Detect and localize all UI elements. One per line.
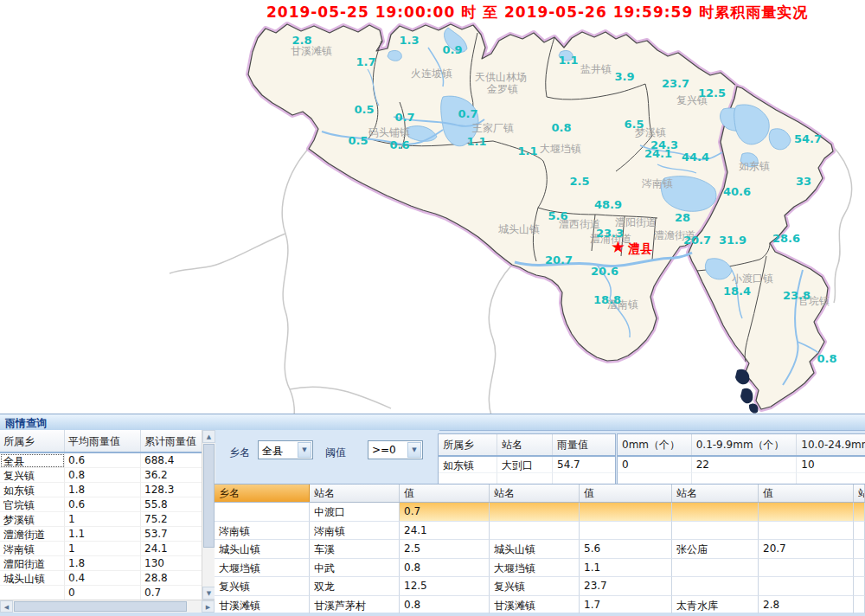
- scrollbar-thumb[interactable]: [203, 444, 215, 548]
- table-cell: [854, 596, 865, 614]
- scroll-right-icon[interactable]: ▶: [202, 600, 215, 613]
- cell-count-10-24.9mm: 10: [797, 457, 865, 473]
- col-header[interactable]: 乡名: [215, 484, 310, 502]
- table-cell: [490, 503, 580, 522]
- table-row[interactable]: 0 22 10: [618, 457, 865, 473]
- rainfall-value-label: 6.5: [624, 118, 644, 131]
- col-header[interactable]: 值: [759, 484, 854, 502]
- scroll-left-icon[interactable]: ◀: [0, 600, 13, 613]
- table-row[interactable]: 复兴镇0.836.2: [0, 468, 202, 483]
- col-header-township[interactable]: 所属乡: [439, 434, 497, 455]
- county-name-label: 澧县: [628, 241, 652, 257]
- table-cell: [672, 522, 759, 541]
- col-header-10-24.9mm[interactable]: 10.0-24.9mm（个）: [797, 434, 865, 455]
- rainfall-value-label: 28: [675, 211, 690, 224]
- table-cell: 2.8: [759, 596, 854, 614]
- col-header[interactable]: 站: [854, 484, 865, 502]
- col-header[interactable]: 站名: [490, 484, 580, 502]
- table-cell: [759, 577, 854, 596]
- table-cell: 甘溪芦茅村: [310, 596, 400, 614]
- rainfall-value-label: 24.1: [644, 147, 672, 160]
- table-row[interactable]: 如东镇 大剅口 54.7: [439, 457, 615, 473]
- detail-table-header: 乡名站名值站名值站名值站: [215, 484, 865, 503]
- map-canvas[interactable]: 甘溪滩镇火连坡镇天供山林场金罗镇盐井镇复兴镇码头铺镇王家厂镇大堰垱镇梦溪镇涔南镇…: [0, 0, 865, 415]
- filter-bar: 乡名 全县 ▼ 阈值 >=0 ▼: [215, 430, 439, 484]
- table-row[interactable]: 全县0.6688.4: [0, 453, 202, 468]
- table-cell: 复兴镇: [0, 468, 65, 483]
- table-cell: 24.1: [141, 542, 202, 556]
- rain-bucket-stats-table: 0mm（个） 0.1-9.9mm（个） 10.0-24.9mm（个） 0 22 …: [617, 433, 865, 485]
- col-header-station[interactable]: 站名: [497, 434, 553, 455]
- table-row[interactable]: 澧澹街道1.153.7: [0, 527, 202, 542]
- cell-count-0.1-9.9mm: 22: [692, 457, 798, 473]
- rainfall-value-label: 0.7: [394, 111, 414, 124]
- township-filter-label: 乡名: [229, 446, 250, 460]
- table-row[interactable]: 如东镇1.8128.3: [0, 483, 202, 497]
- threshold-combobox[interactable]: >=0 ▼: [368, 440, 423, 459]
- rainfall-value-label: 0.7: [458, 107, 477, 120]
- table-cell: 复兴镇: [490, 577, 580, 596]
- rainfall-value-label: 20.7: [683, 234, 711, 247]
- table-row[interactable]: 澧阳街道1.8130: [0, 556, 202, 571]
- col-header[interactable]: 值: [400, 484, 490, 502]
- rainfall-value-label: 2.8: [292, 34, 311, 47]
- table-row[interactable]: 城头山镇0.428.8: [0, 571, 202, 586]
- table-cell: 0.6: [65, 497, 141, 512]
- township-summary-table: 所属乡 平均雨量值 累计雨量值 全县0.6688.4复兴镇0.836.2如东镇1…: [0, 430, 202, 600]
- vertical-scrollbar[interactable]: ▲ ▼: [202, 430, 215, 600]
- table-row[interactable]: 中渡口0.7: [215, 503, 865, 522]
- rainfall-value-label: 18.8: [593, 293, 621, 306]
- rainfall-value-label: 23.7: [662, 77, 689, 90]
- table-row[interactable]: 涔南镇124.1: [0, 542, 202, 556]
- town-label: 涔南镇: [642, 176, 673, 191]
- table-row[interactable]: 甘溪滩镇甘溪芦茅村0.8甘溪滩镇1.7太青水库2.8: [215, 596, 865, 614]
- chevron-down-icon[interactable]: ▼: [407, 442, 421, 458]
- table-row[interactable]: 涔南镇涔南镇24.1: [215, 522, 865, 541]
- col-header[interactable]: 站名: [310, 484, 400, 502]
- chevron-down-icon[interactable]: ▼: [298, 442, 311, 458]
- township-combobox[interactable]: 全县 ▼: [258, 440, 313, 459]
- table-row[interactable]: 梦溪镇175.2: [0, 512, 202, 527]
- table-cell: 双龙: [310, 577, 400, 596]
- scroll-up-icon[interactable]: ▲: [202, 430, 215, 443]
- table-cell: 梦溪镇: [0, 512, 65, 527]
- rainfall-value-label: 0.9: [442, 43, 462, 56]
- table-row[interactable]: 00.7: [0, 586, 202, 600]
- table-cell: 0.7: [400, 503, 490, 522]
- table-cell: 全县: [0, 453, 65, 468]
- rainfall-value-label: 18.4: [723, 285, 751, 298]
- col-header-rainvalue[interactable]: 雨量值: [553, 434, 615, 455]
- col-header-0mm[interactable]: 0mm（个）: [618, 434, 692, 455]
- table-row[interactable]: 官垸镇0.655.8: [0, 497, 202, 512]
- county-marker-star: ★: [611, 239, 625, 255]
- detail-table-body: 中渡口0.7涔南镇涔南镇24.1城头山镇车溪2.5城头山镇5.6张公庙20.7大…: [215, 503, 865, 613]
- col-header-township[interactable]: 所属乡: [0, 430, 65, 452]
- table-cell: 0.7: [141, 586, 202, 600]
- table-row[interactable]: 大堰垱镇中武0.8大堰垱镇1.1: [215, 559, 865, 578]
- table-cell: 太青水库: [672, 596, 759, 614]
- table-cell: 0.8: [65, 468, 141, 483]
- table-cell: 涔南镇: [215, 522, 310, 541]
- scroll-down-icon[interactable]: ▼: [202, 587, 215, 600]
- rainfall-value-label: 2.5: [569, 175, 589, 188]
- panel-title: 雨情查询: [5, 416, 47, 431]
- rainfall-value-label: 5.6: [548, 209, 567, 222]
- horizontal-scrollbar[interactable]: ◀ ▶: [0, 600, 215, 613]
- col-header[interactable]: 站名: [672, 484, 759, 502]
- table-cell: 1: [65, 512, 141, 527]
- table-row[interactable]: 城头山镇车溪2.5城头山镇5.6张公庙20.7: [215, 540, 865, 559]
- col-header-avg-rain[interactable]: 平均雨量值: [65, 430, 141, 452]
- table-row[interactable]: 复兴镇双龙12.5复兴镇23.7: [215, 577, 865, 596]
- col-header-0.1-9.9mm[interactable]: 0.1-9.9mm（个）: [692, 434, 798, 455]
- col-header[interactable]: 值: [580, 484, 672, 502]
- col-header-total-rain[interactable]: 累计雨量值: [141, 430, 202, 452]
- table-cell: 0.8: [400, 596, 490, 614]
- table-cell: 中武: [310, 559, 400, 578]
- scrollbar-thumb[interactable]: [14, 601, 187, 612]
- table-cell: 澧澹街道: [0, 527, 65, 542]
- table-cell: 1.1: [65, 527, 141, 542]
- stats-table-header: 0mm（个） 0.1-9.9mm（个） 10.0-24.9mm（个）: [618, 434, 865, 457]
- rainfall-monitor-app: 甘溪滩镇火连坡镇天供山林场金罗镇盐井镇复兴镇码头铺镇王家厂镇大堰垱镇梦溪镇涔南镇…: [0, 0, 865, 616]
- town-label: 金罗镇: [487, 82, 518, 97]
- table-cell: 12.5: [400, 577, 490, 596]
